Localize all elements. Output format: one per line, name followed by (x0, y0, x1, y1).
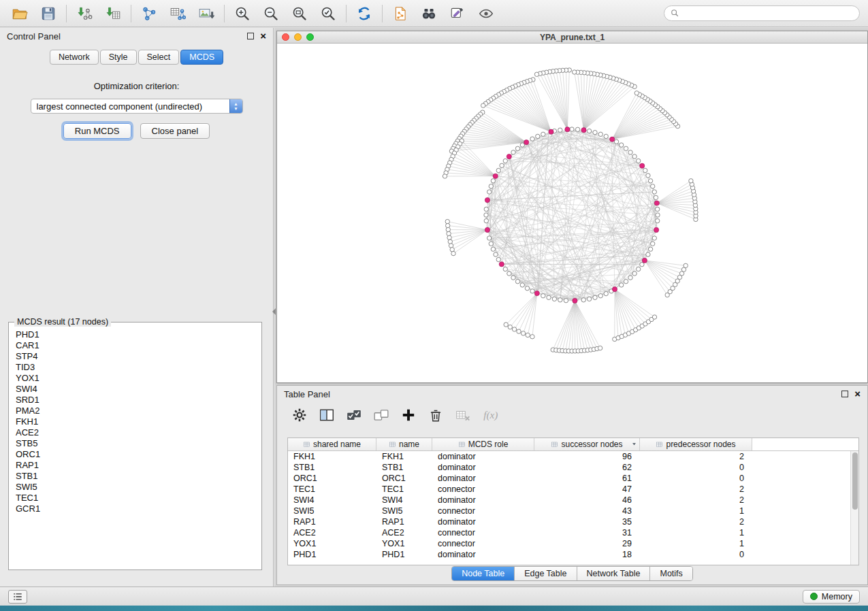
run-mcds-button[interactable]: Run MCDS (63, 123, 131, 139)
dropdown-stepper-icon: ▲▼ (229, 99, 242, 113)
mcds-result-item[interactable]: PMA2 (16, 406, 260, 416)
mcds-result-item[interactable]: STB1 (16, 471, 260, 482)
image-export-icon[interactable] (192, 3, 221, 24)
menu-button[interactable] (8, 590, 27, 604)
cell-successor-nodes: 62 (534, 462, 640, 473)
zoom-selected-icon[interactable] (314, 3, 342, 24)
tab-network-table[interactable]: Network Table (577, 567, 651, 580)
chevron-down-icon[interactable] (631, 441, 637, 447)
mcds-result-item[interactable]: FKH1 (16, 416, 260, 427)
tab-style[interactable]: Style (100, 50, 137, 65)
binoculars-icon[interactable] (415, 3, 443, 24)
column-header-MCDS-role[interactable]: MCDS role (432, 438, 534, 450)
tab-network[interactable]: Network (50, 50, 99, 65)
mcds-result-item[interactable]: CAR1 (16, 340, 260, 351)
import-table-icon[interactable] (99, 3, 127, 24)
column-header-name[interactable]: name (376, 438, 432, 450)
cell-shared-name: YOX1 (288, 538, 376, 549)
criterion-dropdown[interactable]: largest connected component (undirected)… (31, 99, 243, 114)
delete-row-icon[interactable] (425, 405, 446, 425)
panel-window-icons: × (247, 32, 266, 40)
close-panel-button[interactable]: Close panel (140, 123, 210, 139)
control-panel-tabs: NetworkStyleSelectMCDS (0, 50, 273, 65)
cell-successor-nodes: 35 (534, 516, 640, 527)
zoom-out-icon[interactable] (257, 3, 285, 24)
tab-motifs[interactable]: Motifs (650, 567, 692, 580)
tab-mcds[interactable]: MCDS (180, 50, 223, 65)
float-panel-icon[interactable] (247, 33, 254, 39)
table-row[interactable]: STB1STB1dominator620 (288, 462, 858, 473)
mcds-result-item[interactable]: ORC1 (16, 449, 260, 460)
select-all-icon[interactable] (344, 405, 364, 425)
search-input[interactable] (684, 8, 854, 19)
tab-select[interactable]: Select (138, 50, 180, 65)
mcds-result-item[interactable]: TEC1 (16, 493, 260, 503)
minimize-window-button[interactable] (294, 33, 302, 41)
scrollbar-thumb[interactable] (852, 452, 858, 510)
table-network-icon[interactable] (163, 3, 192, 24)
memory-button[interactable]: Memory (803, 590, 860, 604)
float-panel-icon[interactable] (841, 391, 848, 397)
open-folder-icon[interactable] (5, 3, 34, 24)
unselect-all-icon[interactable] (371, 405, 391, 425)
table-row[interactable]: SWI5SWI5connector431 (288, 506, 858, 516)
toolbar-separator (224, 5, 225, 22)
right-region: YPA_prune.txt_1 Table Panel × f(x) share… (274, 28, 868, 587)
cell-shared-name: TEC1 (288, 484, 376, 495)
panel-window-icons: × (841, 390, 861, 398)
import-network-icon[interactable] (70, 3, 99, 24)
table-row[interactable]: FKH1FKH1dominator962 (288, 451, 858, 462)
close-panel-icon[interactable]: × (854, 390, 861, 398)
table-row[interactable]: TEC1TEC1connector472 (288, 484, 858, 495)
cell-shared-name: ACE2 (288, 527, 376, 538)
mcds-result-item[interactable]: ACE2 (16, 427, 260, 438)
cell-name: STB1 (376, 462, 432, 473)
column-header-predecessor-nodes[interactable]: predecessor nodes (640, 438, 752, 450)
table-scrollbar[interactable] (850, 451, 858, 565)
mcds-result-item[interactable]: STP4 (16, 351, 260, 362)
control-panel: Control Panel × NetworkStyleSelectMCDS O… (0, 28, 274, 587)
mcds-result-item[interactable]: SWI4 (16, 384, 260, 395)
tab-edge-table[interactable]: Edge Table (515, 567, 577, 580)
document-share-icon[interactable] (386, 3, 415, 24)
mcds-result-item[interactable]: RAP1 (16, 460, 260, 471)
column-header-successor-nodes[interactable]: successor nodes (534, 438, 640, 450)
mcds-result-item[interactable]: STB5 (16, 438, 260, 449)
mcds-result-item[interactable]: SWI5 (16, 482, 260, 493)
cell-MCDS-role: connector (432, 527, 534, 538)
panel-collapse-arrow-icon[interactable] (272, 308, 276, 315)
columns-icon[interactable] (317, 405, 337, 425)
cell-name: FKH1 (376, 451, 432, 462)
mcds-result-item[interactable]: YOX1 (16, 373, 260, 384)
table-row[interactable]: RAP1RAP1dominator352 (288, 516, 858, 527)
zoom-in-icon[interactable] (228, 3, 257, 24)
table-row[interactable]: ACE2ACE2connector311 (288, 527, 858, 538)
tab-node-table[interactable]: Node Table (452, 567, 515, 580)
refresh-icon[interactable] (350, 3, 379, 24)
column-header-shared-name[interactable]: shared name (288, 438, 376, 450)
table-row[interactable]: PHD1PHD1dominator180 (288, 549, 858, 560)
table-row[interactable]: ORC1ORC1dominator610 (288, 473, 858, 484)
cell-MCDS-role: connector (432, 484, 534, 495)
annotation-icon[interactable] (443, 3, 472, 24)
gear-icon[interactable] (289, 405, 310, 425)
table-tabs-bar: Node TableEdge TableNetwork TableMotifs (277, 566, 867, 581)
close-panel-icon[interactable]: × (260, 32, 266, 40)
table-row[interactable]: YOX1YOX1connector291 (288, 538, 858, 549)
cell-MCDS-role: dominator (432, 462, 534, 473)
add-row-icon[interactable] (398, 405, 419, 425)
cell-shared-name: STB1 (288, 462, 376, 473)
zoom-window-button[interactable] (306, 33, 314, 41)
eye-icon[interactable] (472, 3, 500, 24)
mcds-result-item[interactable]: PHD1 (16, 329, 260, 340)
network-canvas[interactable] (277, 44, 867, 383)
cell-successor-nodes: 18 (534, 549, 640, 560)
zoom-fit-icon[interactable] (285, 3, 314, 24)
share-network-icon[interactable] (135, 3, 163, 24)
mcds-result-item[interactable]: GCR1 (16, 503, 260, 514)
save-icon[interactable] (34, 3, 63, 24)
mcds-result-item[interactable]: SRD1 (16, 395, 260, 406)
table-row[interactable]: SWI4SWI4dominator462 (288, 495, 858, 506)
mcds-result-item[interactable]: TID3 (16, 362, 260, 373)
close-window-button[interactable] (282, 33, 289, 41)
